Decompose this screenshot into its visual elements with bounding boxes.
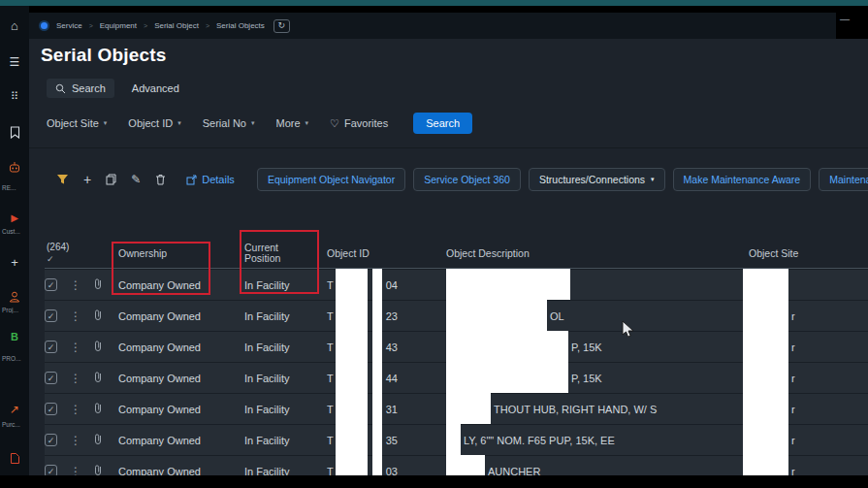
redaction-overlay bbox=[743, 455, 788, 475]
redaction-overlay bbox=[372, 362, 382, 393]
sidebar-item-home[interactable]: ⌂ bbox=[0, 19, 29, 32]
sidebar-item-purchasing[interactable]: ↗ bbox=[0, 404, 29, 415]
description-fragment: P, 15K bbox=[571, 342, 602, 353]
column-header-object-site[interactable]: Object Site bbox=[749, 247, 868, 259]
object-id-cell[interactable]: T 23 bbox=[327, 301, 446, 331]
breadcrumb-item-serial-objects[interactable]: Serial Objects bbox=[216, 21, 265, 30]
breadcrumb-item-service[interactable]: Service bbox=[56, 21, 82, 30]
search-chip[interactable]: Search bbox=[47, 79, 114, 98]
favorites-toggle[interactable]: ♡Favorites bbox=[330, 117, 388, 130]
table-row[interactable]: ✓ ⋮ Company Owned In Facility T 04 bbox=[45, 269, 868, 300]
row-checkbox[interactable]: ✓ bbox=[45, 465, 57, 475]
redaction-overlay bbox=[372, 393, 382, 424]
delete-trash-icon[interactable] bbox=[155, 174, 166, 185]
attachment-icon[interactable] bbox=[93, 433, 118, 447]
row-checkbox[interactable]: ✓ bbox=[45, 309, 57, 322]
object-id-cell[interactable]: T 31 bbox=[327, 394, 446, 424]
attachment-icon[interactable] bbox=[93, 340, 118, 354]
table-row[interactable]: ✓ ⋮ Company Owned In Facility T 44 P, 15… bbox=[45, 362, 868, 393]
sidebar-item-assistant[interactable] bbox=[0, 161, 29, 174]
equipment-object-navigator-button[interactable]: Equipment Object Navigator bbox=[257, 168, 405, 191]
column-header-object-description[interactable]: Object Description bbox=[446, 247, 749, 259]
row-checkbox[interactable]: ✓ bbox=[45, 434, 57, 446]
column-header-current-position[interactable]: Current Position bbox=[244, 243, 327, 264]
description-fragment: P, 15K bbox=[571, 373, 602, 384]
object-id-cell[interactable]: T 43 bbox=[327, 332, 446, 362]
position-cell: In Facility bbox=[244, 373, 327, 384]
redaction-overlay bbox=[446, 362, 568, 393]
row-menu-icon[interactable]: ⋮ bbox=[70, 403, 93, 416]
sidebar-item-bookmark[interactable] bbox=[0, 126, 29, 139]
ownership-cell: Company Owned bbox=[118, 435, 244, 446]
filter-funnel-icon[interactable] bbox=[56, 174, 69, 185]
breadcrumb-item-equipment[interactable]: Equipment bbox=[100, 21, 137, 30]
description-fragment: LY, 6"" NOM. F65 PUP, 15K, EE bbox=[464, 435, 615, 446]
copy-icon[interactable] bbox=[106, 174, 116, 185]
refresh-icon[interactable]: ↻ bbox=[273, 19, 290, 33]
table-row[interactable]: ✓ ⋮ Company Owned In Facility T 35 LY, 6… bbox=[45, 424, 868, 455]
object-id-cell[interactable]: T 04 bbox=[327, 270, 446, 300]
filter-object-id[interactable]: Object ID▾ bbox=[128, 117, 180, 129]
row-checkbox[interactable]: ✓ bbox=[45, 278, 57, 291]
advanced-link[interactable]: Advanced bbox=[132, 82, 179, 94]
table-row[interactable]: ✓ ⋮ Company Owned In Facility T 03 AUNCH… bbox=[45, 455, 868, 475]
attachment-icon[interactable] bbox=[93, 309, 118, 323]
make-maintenance-aware-button[interactable]: Make Maintenance Aware bbox=[673, 168, 812, 191]
attachment-icon[interactable] bbox=[93, 277, 118, 292]
row-count-header[interactable]: (264) ✓ bbox=[45, 243, 118, 264]
main-content: Serial Objects Search Advanced Object Si… bbox=[29, 39, 868, 475]
attachment-icon[interactable] bbox=[93, 402, 118, 416]
row-checkbox[interactable]: ✓ bbox=[45, 341, 57, 353]
redaction-overlay bbox=[743, 362, 788, 393]
maintenance-information-button[interactable]: Maintenance Informat bbox=[819, 168, 868, 191]
search-row: Search Advanced bbox=[47, 79, 179, 98]
sidebar-item-b-app[interactable]: B bbox=[0, 332, 29, 342]
edit-pencil-icon[interactable]: ✎ bbox=[131, 174, 141, 185]
chevron-down-icon: ▾ bbox=[177, 119, 181, 127]
arrow-up-icon: ↗ bbox=[10, 403, 19, 416]
chevron-down-icon: ▾ bbox=[251, 119, 255, 127]
row-menu-icon[interactable]: ⋮ bbox=[70, 278, 93, 292]
description-cell: LY, 6"" NOM. F65 PUP, 15K, EE bbox=[446, 425, 749, 455]
table-row[interactable]: ✓ ⋮ Company Owned In Facility T 43 P, 15… bbox=[45, 331, 868, 362]
row-checkbox[interactable]: ✓ bbox=[45, 403, 57, 415]
position-cell: In Facility bbox=[244, 435, 327, 446]
filter-more[interactable]: More▾ bbox=[275, 117, 308, 129]
minimize-icon[interactable]: — bbox=[840, 14, 850, 24]
sidebar-item-projects[interactable] bbox=[0, 291, 29, 303]
checkbox-cell: ✓ bbox=[45, 372, 70, 384]
table-row[interactable]: ✓ ⋮ Company Owned In Facility T 23 OL r bbox=[45, 300, 868, 331]
attachment-icon[interactable] bbox=[93, 371, 118, 385]
filter-serial-no[interactable]: Serial No▾ bbox=[203, 117, 255, 129]
filter-object-site[interactable]: Object Site▾ bbox=[47, 117, 107, 129]
home-icon: ⌂ bbox=[11, 18, 18, 33]
structures-connections-button[interactable]: Structures/Connections▾ bbox=[529, 168, 665, 191]
row-menu-icon[interactable]: ⋮ bbox=[70, 341, 93, 354]
sidebar-item-apps[interactable]: ⠿ bbox=[0, 91, 29, 102]
column-header-object-id[interactable]: Object ID bbox=[327, 247, 446, 259]
redaction-overlay bbox=[743, 269, 788, 300]
object-id-cell[interactable]: T 35 bbox=[327, 425, 446, 455]
object-id-cell[interactable]: T 44 bbox=[327, 363, 446, 393]
search-button[interactable]: Search bbox=[413, 113, 472, 134]
row-menu-icon[interactable]: ⋮ bbox=[70, 465, 93, 476]
sidebar-item-customer[interactable]: ▶ bbox=[0, 213, 29, 223]
sidebar-item-document[interactable] bbox=[0, 452, 29, 465]
details-link[interactable]: Details bbox=[186, 174, 235, 185]
row-checkbox[interactable]: ✓ bbox=[45, 372, 57, 384]
sidebar-item-menu[interactable]: ☰ bbox=[0, 56, 29, 68]
add-icon[interactable]: + bbox=[83, 173, 91, 186]
ownership-cell: Company Owned bbox=[118, 310, 244, 322]
service-object-360-button[interactable]: Service Object 360 bbox=[413, 168, 521, 191]
sidebar-item-add[interactable]: + bbox=[0, 256, 29, 269]
attachment-icon[interactable] bbox=[93, 464, 118, 475]
breadcrumb-item-serial-object[interactable]: Serial Object bbox=[154, 21, 199, 30]
sidebar-label-cust: Cust... bbox=[0, 228, 29, 235]
row-menu-icon[interactable]: ⋮ bbox=[70, 309, 93, 323]
column-header-ownership[interactable]: Ownership bbox=[118, 247, 244, 259]
row-menu-icon[interactable]: ⋮ bbox=[70, 372, 93, 385]
table-row[interactable]: ✓ ⋮ Company Owned In Facility T 31 THOUT… bbox=[45, 393, 868, 424]
apps-grid-icon: ⠿ bbox=[11, 90, 18, 102]
row-menu-icon[interactable]: ⋮ bbox=[70, 434, 93, 447]
object-id-cell[interactable]: T 03 bbox=[327, 456, 446, 475]
